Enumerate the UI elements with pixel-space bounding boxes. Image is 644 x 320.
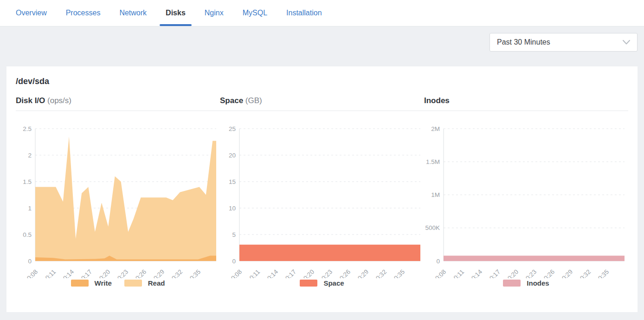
- disk-io-chart: 00.511.522.510:0810:1110:1410:1710:2010:…: [16, 121, 220, 287]
- x-axis-tick-label: 10:23: [318, 268, 334, 278]
- tab-disks[interactable]: Disks: [166, 9, 186, 17]
- tab-bar: Overview Processes Network Disks Nginx M…: [0, 0, 644, 26]
- charts-row: 00.511.522.510:0810:1110:1410:1710:2010:…: [16, 121, 628, 287]
- x-axis-tick-label: 10:29: [354, 268, 370, 278]
- y-axis-tick-label: 2: [28, 152, 32, 159]
- inodes-legend: Inodes: [503, 279, 549, 287]
- y-axis-tick-label: 1.5M: [426, 158, 440, 165]
- y-axis-tick-label: 0: [28, 258, 32, 265]
- x-axis-tick-label: 10:08: [227, 268, 244, 278]
- legend-swatch-inodes: [503, 280, 521, 287]
- x-axis-tick-label: 10:17: [282, 268, 298, 278]
- toolbar: Past 30 Minutes: [0, 26, 644, 66]
- y-axis-tick-label: 1: [28, 205, 32, 212]
- x-axis-tick-label: 10:29: [150, 268, 166, 278]
- legend-swatch-read: [124, 280, 142, 287]
- chart-title-disk-io: Disk I/O (ops/s): [16, 96, 220, 105]
- chart-title-text: Space: [220, 96, 243, 105]
- x-axis-tick-label: 10:35: [390, 268, 406, 278]
- y-axis-tick-label: 0.5: [23, 231, 32, 238]
- y-axis-tick-label: 0: [436, 258, 440, 265]
- legend-swatch-space: [300, 280, 317, 287]
- x-axis-tick-label: 10:23: [114, 268, 130, 278]
- device-title: /dev/sda: [16, 77, 628, 86]
- x-axis-tick-label: 10:35: [594, 268, 611, 278]
- y-axis-tick-label: 20: [229, 152, 236, 159]
- y-axis-tick-label: 15: [229, 178, 236, 185]
- chart-title-unit: (GB): [245, 96, 262, 105]
- tab-network[interactable]: Network: [119, 9, 147, 17]
- x-axis-tick-label: 10:17: [77, 268, 94, 278]
- y-axis-tick-label: 0: [232, 258, 236, 265]
- x-axis-tick-label: 10:11: [245, 268, 261, 278]
- x-axis-tick-label: 10:17: [486, 268, 502, 278]
- x-axis-tick-label: 10:26: [540, 268, 556, 278]
- chart-title-inodes: Inodes: [424, 96, 628, 105]
- x-axis-tick-label: 10:32: [576, 268, 592, 278]
- x-axis-tick-label: 10:23: [522, 268, 538, 278]
- tab-installation[interactable]: Installation: [286, 9, 322, 17]
- tab-nginx[interactable]: Nginx: [205, 9, 224, 17]
- y-axis-tick-label: 25: [229, 125, 236, 132]
- disk-panel: /dev/sda Disk I/O (ops/s) Space (GB) Ino…: [6, 66, 638, 312]
- x-axis-tick-label: 10:11: [41, 268, 57, 278]
- legend-item-write: Write: [71, 279, 112, 287]
- tab-overview[interactable]: Overview: [16, 9, 47, 17]
- x-axis-tick-label: 10:14: [59, 268, 76, 278]
- legend-label: Write: [95, 279, 112, 287]
- y-axis-tick-label: 2M: [431, 125, 440, 132]
- x-axis-tick-label: 10:11: [450, 268, 465, 278]
- y-axis-tick-label: 10: [229, 205, 236, 212]
- x-axis-tick-label: 10:35: [186, 268, 202, 278]
- y-axis-tick-label: 1M: [431, 191, 440, 198]
- x-axis-tick-label: 10:29: [558, 268, 574, 278]
- legend-item-read: Read: [124, 279, 165, 287]
- chevron-down-icon: [622, 39, 631, 45]
- legend-item-inodes: Inodes: [503, 279, 549, 287]
- tab-processes[interactable]: Processes: [66, 9, 101, 17]
- series-area-space: [239, 245, 420, 261]
- y-axis-tick-label: 1.5: [23, 178, 32, 185]
- x-axis-tick-label: 10:14: [468, 268, 484, 278]
- chart-titles-row: Disk I/O (ops/s) Space (GB) Inodes: [16, 96, 628, 105]
- chart-plot-area[interactable]: 00.511.522.510:0810:1110:1410:1710:2010:…: [16, 121, 220, 278]
- chart-title-text: Inodes: [424, 96, 450, 105]
- inodes-chart: 0500K1M1.5M2M10:0810:1110:1410:1710:2010…: [424, 121, 628, 287]
- chart-title-text: Disk I/O: [16, 96, 45, 105]
- x-axis-tick-label: 10:08: [431, 268, 448, 278]
- legend-item-space: Space: [300, 279, 344, 287]
- chart-plot-area[interactable]: 051015202510:0810:1110:1410:1710:2010:23…: [220, 121, 424, 278]
- x-axis-tick-label: 10:32: [372, 268, 388, 278]
- chart-title-space: Space (GB): [220, 96, 424, 105]
- tab-mysql[interactable]: MySQL: [243, 9, 267, 17]
- x-axis-tick-label: 10:14: [264, 268, 280, 278]
- x-axis-tick-label: 10:08: [23, 268, 39, 278]
- x-axis-tick-label: 10:26: [132, 268, 148, 278]
- chart-plot-area[interactable]: 0500K1M1.5M2M10:0810:1110:1410:1710:2010…: [424, 121, 628, 278]
- legend-label: Read: [148, 279, 165, 287]
- legend-swatch-write: [71, 280, 89, 287]
- space-legend: Space: [300, 279, 344, 287]
- time-range-select[interactable]: Past 30 Minutes: [489, 33, 638, 52]
- legend-label: Inodes: [527, 279, 549, 287]
- x-axis-tick-label: 10:26: [336, 268, 352, 278]
- y-axis-tick-label: 5: [232, 231, 236, 238]
- x-axis-tick-label: 10:20: [504, 268, 520, 278]
- y-axis-tick-label: 500K: [425, 224, 440, 231]
- legend-label: Space: [323, 279, 344, 287]
- disk-io-legend: WriteRead: [71, 279, 165, 287]
- titles-divider: [16, 111, 628, 111]
- series-area-read: [35, 137, 216, 261]
- y-axis-tick-label: 2.5: [23, 125, 32, 132]
- time-range-value: Past 30 Minutes: [497, 38, 550, 46]
- series-area-inodes: [444, 256, 625, 261]
- x-axis-tick-label: 10:32: [168, 268, 184, 278]
- x-axis-tick-label: 10:20: [300, 268, 316, 278]
- chart-title-unit: (ops/s): [47, 96, 71, 105]
- space-chart: 051015202510:0810:1110:1410:1710:2010:23…: [220, 121, 424, 287]
- x-axis-tick-label: 10:20: [96, 268, 112, 278]
